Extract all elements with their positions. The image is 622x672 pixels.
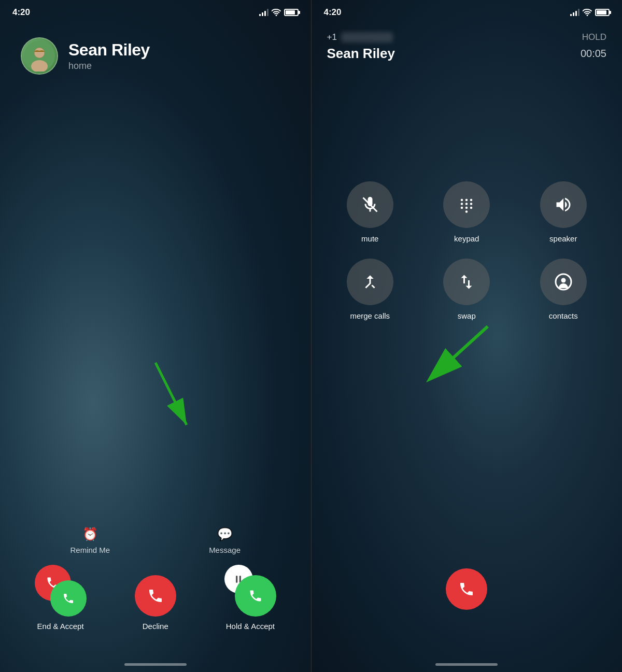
active-call-row: Sean Riley 00:05 xyxy=(327,46,607,62)
hold-accept-group xyxy=(224,565,276,617)
decline-label: Decline xyxy=(143,622,168,631)
remind-me-button[interactable]: ⏰ Remind Me xyxy=(70,527,110,554)
caller-line: home xyxy=(68,61,150,72)
accept-end-button[interactable] xyxy=(50,580,87,617)
left-phone-screen: 4:20 xyxy=(0,0,311,672)
end-call-button-right[interactable] xyxy=(446,568,487,610)
svg-point-10 xyxy=(465,199,468,202)
hold-accept-label: Hold & Accept xyxy=(226,622,275,631)
speaker-circle xyxy=(540,181,587,228)
home-indicator-right xyxy=(435,663,498,666)
mute-circle xyxy=(347,181,393,228)
hold-number: +1 xyxy=(327,32,393,42)
caller-info: Sean Riley home xyxy=(21,37,290,75)
end-accept-action: End & Accept xyxy=(35,565,87,631)
secondary-actions: ⏰ Remind Me 💬 Message xyxy=(0,527,311,554)
hold-status-label: HOLD xyxy=(582,32,606,42)
end-call-section xyxy=(446,568,487,610)
arrow-left xyxy=(114,352,218,456)
swap-control[interactable]: swap xyxy=(423,259,510,320)
decline-action: Decline xyxy=(135,575,176,631)
remind-me-label: Remind Me xyxy=(70,546,110,554)
merge-calls-label: merge calls xyxy=(350,311,390,320)
svg-point-12 xyxy=(461,203,463,205)
right-phone-screen: 4:20 +1 HOLD xyxy=(311,0,623,672)
caller-text: Sean Riley home xyxy=(68,40,150,72)
svg-point-14 xyxy=(470,203,473,205)
speaker-control[interactable]: speaker xyxy=(520,181,607,243)
message-icon: 💬 xyxy=(217,527,233,541)
arrow-right xyxy=(353,311,519,414)
call-actions: End & Accept Decline xyxy=(0,565,311,631)
home-indicator-left xyxy=(124,663,187,666)
time-left: 4:20 xyxy=(12,7,30,18)
message-label: Message xyxy=(209,546,241,554)
keypad-circle xyxy=(443,181,490,228)
active-call-header: +1 HOLD Sean Riley 00:05 xyxy=(312,22,623,62)
accept-hold-button[interactable] xyxy=(235,575,276,617)
mute-label: mute xyxy=(361,234,378,243)
battery-icon xyxy=(284,9,299,16)
time-right: 4:20 xyxy=(324,7,342,18)
keypad-label: keypad xyxy=(454,234,479,243)
status-bar-left: 4:20 xyxy=(0,0,311,22)
svg-point-18 xyxy=(465,210,468,213)
caller-name: Sean Riley xyxy=(68,40,150,60)
status-bar-right: 4:20 xyxy=(312,0,623,22)
end-accept-label: End & Accept xyxy=(37,622,84,631)
decline-button[interactable] xyxy=(135,575,176,617)
active-call-timer: 00:05 xyxy=(581,48,606,60)
svg-line-7 xyxy=(156,363,187,425)
contacts-label: contacts xyxy=(549,311,578,320)
bottom-actions: ⏰ Remind Me 💬 Message xyxy=(0,527,311,631)
svg-point-13 xyxy=(465,203,468,205)
swap-label: swap xyxy=(458,311,476,320)
end-accept-group xyxy=(35,565,87,617)
keypad-control[interactable]: keypad xyxy=(423,181,510,243)
mute-control[interactable]: mute xyxy=(327,181,414,243)
merge-calls-control[interactable]: merge calls xyxy=(327,259,414,320)
signal-icon xyxy=(259,9,268,16)
controls-grid: mute xyxy=(327,181,607,320)
number-blur xyxy=(341,32,393,42)
avatar xyxy=(21,37,58,75)
svg-point-15 xyxy=(461,207,463,209)
svg-point-16 xyxy=(465,207,468,209)
call-controls: mute xyxy=(312,181,623,320)
merge-circle xyxy=(347,259,393,305)
svg-line-22 xyxy=(431,326,488,378)
speaker-label: speaker xyxy=(549,234,577,243)
battery-icon-right xyxy=(595,9,610,16)
contacts-control[interactable]: contacts xyxy=(520,259,607,320)
remind-me-icon: ⏰ xyxy=(82,527,98,541)
svg-point-9 xyxy=(461,199,463,202)
status-icons-left xyxy=(259,9,299,16)
contacts-circle xyxy=(540,259,587,305)
wifi-icon-right xyxy=(583,9,592,16)
message-button[interactable]: 💬 Message xyxy=(209,527,241,554)
svg-point-11 xyxy=(470,199,473,202)
signal-icon-right xyxy=(570,9,579,16)
status-icons-right xyxy=(570,9,610,16)
svg-point-17 xyxy=(470,207,473,209)
svg-point-20 xyxy=(561,278,566,283)
hold-call-row: +1 HOLD xyxy=(327,32,607,42)
hold-accept-action: Hold & Accept xyxy=(224,565,276,631)
incoming-call-section: Sean Riley home xyxy=(0,22,311,75)
swap-circle xyxy=(443,259,490,305)
svg-rect-4 xyxy=(236,576,237,582)
active-caller-name: Sean Riley xyxy=(327,46,395,62)
wifi-icon xyxy=(272,9,281,16)
number-prefix: +1 xyxy=(327,32,337,42)
